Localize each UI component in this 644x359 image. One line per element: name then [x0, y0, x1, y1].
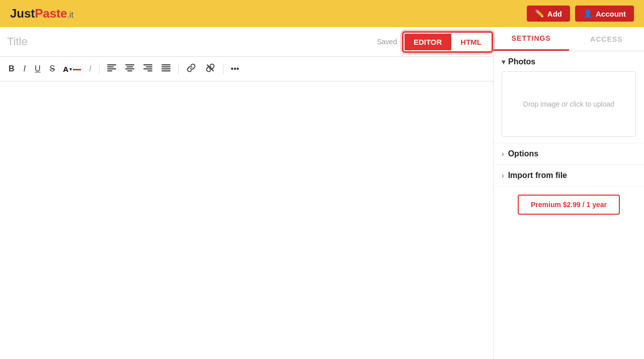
svg-rect-9: [146, 66, 152, 67]
editor-area: Saved EDITOR HTML B I U S A ▾ I: [0, 27, 493, 359]
color-swatch: [73, 69, 81, 70]
svg-rect-13: [162, 66, 171, 67]
main-container: Saved EDITOR HTML B I U S A ▾ I: [0, 27, 644, 359]
upload-label: Drop image or click to upload: [523, 99, 614, 110]
sidebar-tabs: SETTINGS ACCESS: [494, 27, 644, 51]
photos-chevron-icon: ▾: [502, 58, 505, 66]
svg-rect-10: [143, 68, 152, 69]
premium-button[interactable]: Premium $2.99 / 1 year: [518, 195, 620, 215]
svg-rect-7: [127, 70, 132, 71]
align-center-icon: [125, 64, 134, 74]
logo-it: .it: [67, 11, 73, 19]
svg-rect-14: [162, 68, 171, 69]
add-button[interactable]: ✏️ Add: [527, 6, 570, 22]
align-left-icon: [107, 64, 116, 74]
account-icon: 👤: [583, 9, 593, 18]
separator-2: [178, 63, 179, 74]
bold-button[interactable]: B: [5, 62, 18, 75]
settings-tab[interactable]: SETTINGS: [494, 27, 569, 51]
svg-rect-11: [147, 70, 152, 71]
photo-upload-box[interactable]: Drop image or click to upload: [502, 71, 636, 137]
more-button[interactable]: •••: [227, 62, 243, 75]
saved-label: Saved: [377, 38, 397, 46]
right-sidebar: SETTINGS ACCESS ▾ Photos Drop image or c…: [493, 27, 644, 359]
premium-section: Premium $2.99 / 1 year: [494, 187, 644, 223]
options-label: Options: [508, 149, 538, 158]
header: JustPaste.it ✏️ Add 👤 Account: [0, 0, 644, 27]
align-right-button[interactable]: [140, 62, 156, 76]
unlink-icon: [205, 63, 215, 75]
align-left-button[interactable]: [104, 62, 120, 76]
html-tab[interactable]: HTML: [451, 34, 491, 50]
text-color-button[interactable]: A ▾: [60, 63, 84, 75]
align-justify-icon: [162, 64, 171, 74]
photos-header[interactable]: ▾ Photos: [502, 57, 636, 66]
logo-just: Just: [10, 7, 35, 20]
import-section[interactable]: › Import from file: [494, 165, 644, 187]
svg-rect-3: [107, 70, 112, 71]
import-label: Import from file: [508, 171, 567, 180]
underline-button[interactable]: U: [31, 62, 44, 75]
separator-3: [223, 63, 223, 74]
photos-label: Photos: [508, 57, 535, 66]
align-justify-button[interactable]: [158, 62, 174, 76]
text-color-label: A: [63, 65, 68, 73]
options-section[interactable]: › Options: [494, 143, 644, 165]
svg-rect-5: [126, 66, 133, 67]
header-actions: ✏️ Add 👤 Account: [527, 6, 634, 22]
separator-1: [99, 63, 100, 74]
editor-content[interactable]: [0, 81, 493, 359]
italic-button[interactable]: I: [20, 62, 29, 75]
svg-rect-0: [107, 64, 116, 65]
strikethrough-button[interactable]: S: [46, 62, 59, 75]
svg-line-16: [207, 65, 213, 71]
svg-rect-15: [162, 70, 171, 71]
link-icon: [186, 63, 196, 75]
clear-format-button[interactable]: I: [86, 62, 95, 75]
svg-rect-4: [125, 64, 134, 65]
logo[interactable]: JustPaste.it: [10, 7, 73, 21]
align-right-icon: [143, 64, 152, 74]
align-center-button[interactable]: [122, 62, 138, 76]
logo-paste: Paste: [35, 7, 67, 20]
title-bar: Saved EDITOR HTML: [0, 27, 493, 57]
svg-rect-8: [143, 64, 152, 65]
chevron-down-icon: ▾: [69, 66, 72, 72]
svg-rect-1: [107, 66, 114, 67]
editor-tab[interactable]: EDITOR: [405, 34, 451, 50]
import-chevron-icon: ›: [502, 171, 504, 180]
format-toolbar: B I U S A ▾ I: [0, 57, 493, 81]
svg-rect-12: [162, 64, 171, 65]
access-tab[interactable]: ACCESS: [569, 27, 645, 51]
svg-rect-2: [107, 68, 116, 69]
unlink-button[interactable]: [202, 61, 219, 77]
editor-html-toggle: EDITOR HTML: [402, 31, 493, 53]
options-chevron-icon: ›: [502, 150, 504, 158]
svg-rect-6: [125, 68, 134, 69]
edit-icon: ✏️: [535, 9, 544, 18]
title-input[interactable]: [0, 27, 377, 56]
photos-section: ▾ Photos Drop image or click to upload: [494, 51, 644, 143]
link-button[interactable]: [183, 61, 200, 77]
account-button[interactable]: 👤 Account: [575, 6, 634, 22]
